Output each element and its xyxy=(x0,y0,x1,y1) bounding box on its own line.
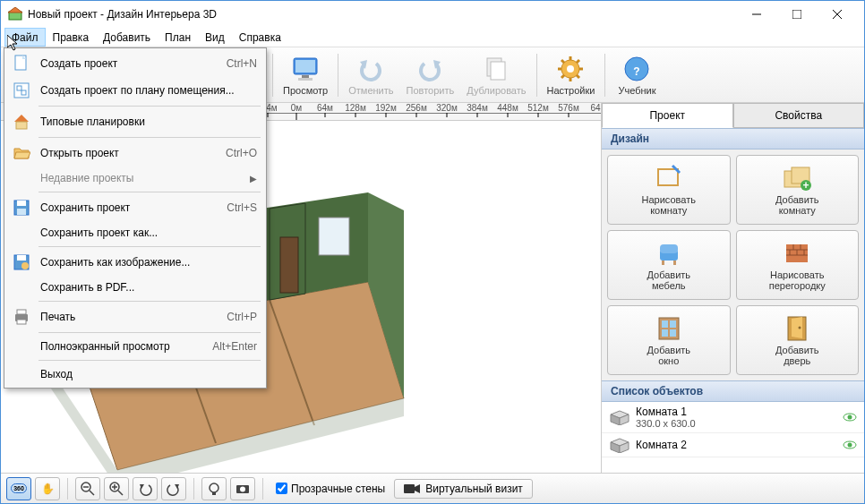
object-row[interactable]: Комната 1 330.0 x 630.0 xyxy=(602,402,864,433)
virtual-visit-button[interactable]: Виртуальный визит xyxy=(394,479,533,499)
svg-point-86 xyxy=(848,415,852,420)
toolbar-redo[interactable]: Повторить xyxy=(401,50,460,100)
menu-edit[interactable]: Правка xyxy=(46,28,97,47)
btn-add-room[interactable]: + Добавить комнату xyxy=(736,155,860,225)
rotate-right-button[interactable] xyxy=(161,477,186,500)
new-file-icon xyxy=(10,54,33,73)
svg-line-21 xyxy=(561,60,564,63)
svg-rect-8 xyxy=(295,60,315,73)
btn-add-window[interactable]: Добавить окно xyxy=(607,305,731,375)
furniture-icon xyxy=(655,239,683,268)
bottombar: 360 ✋ Прозрачные стены Виртуальный визит xyxy=(1,473,864,503)
tab-project[interactable]: Проект xyxy=(602,103,733,128)
menu-add[interactable]: Добавить xyxy=(96,28,158,47)
light-button[interactable] xyxy=(201,477,227,500)
pan-button[interactable]: ✋ xyxy=(35,477,60,500)
bulb-icon xyxy=(207,482,221,496)
menu-view[interactable]: Вид xyxy=(198,28,232,47)
svg-rect-10 xyxy=(298,78,313,81)
transparent-walls-checkbox[interactable]: Прозрачные стены xyxy=(276,483,385,495)
save-image-icon xyxy=(10,252,33,272)
menu-save-image[interactable]: Сохранить как изображение... xyxy=(6,249,264,276)
svg-line-96 xyxy=(118,491,123,495)
toolbar-duplicate[interactable]: Дублировать xyxy=(461,50,531,100)
svg-line-22 xyxy=(577,75,579,78)
svg-rect-9 xyxy=(302,75,309,78)
tab-properties[interactable]: Свойства xyxy=(733,103,865,128)
window-icon xyxy=(655,314,683,343)
menu-plan[interactable]: План xyxy=(158,28,198,47)
toolbar-preview[interactable]: Просмотр xyxy=(278,50,333,100)
rotate-right-icon xyxy=(167,482,181,496)
view-360-button[interactable]: 360 xyxy=(6,477,31,500)
svg-rect-105 xyxy=(404,484,415,493)
svg-text:+: + xyxy=(803,179,809,192)
menu-print[interactable]: Печать Ctrl+P xyxy=(6,303,264,330)
menu-save-pdf[interactable]: Сохранить в PDF... xyxy=(6,276,264,299)
svg-rect-49 xyxy=(319,218,349,255)
objects-list: Комната 1 330.0 x 630.0 Комната 2 xyxy=(602,402,864,473)
svg-point-91 xyxy=(848,443,852,448)
toolbar-tutorial[interactable]: ? Учебник xyxy=(610,50,664,100)
menu-new-project[interactable]: Создать проект Ctrl+N xyxy=(6,50,264,77)
btn-draw-partition[interactable]: Нарисовать перегородку xyxy=(736,230,860,300)
rotate-left-icon xyxy=(138,482,152,496)
svg-line-23 xyxy=(577,60,579,63)
svg-point-81 xyxy=(799,326,801,329)
app-icon xyxy=(8,7,22,21)
svg-rect-63 xyxy=(660,244,678,253)
svg-line-24 xyxy=(561,75,564,78)
toolbar-settings[interactable]: Настройки xyxy=(542,50,601,100)
wall-icon xyxy=(783,239,811,268)
svg-rect-77 xyxy=(662,329,668,337)
svg-rect-75 xyxy=(662,320,668,328)
svg-rect-121 xyxy=(17,310,26,314)
monitor-icon xyxy=(291,55,320,83)
camera-button[interactable] xyxy=(230,477,255,500)
svg-point-16 xyxy=(567,65,574,73)
svg-text:?: ? xyxy=(634,65,640,78)
svg-marker-106 xyxy=(415,484,420,493)
add-room-icon: + xyxy=(783,164,811,192)
menu-typical-layouts[interactable]: Типовые планировки xyxy=(6,108,264,135)
room-shape-icon xyxy=(609,409,630,425)
zoom-in-icon xyxy=(109,482,124,496)
maximize-button[interactable] xyxy=(776,2,817,27)
redo-icon xyxy=(415,55,444,83)
zoom-out-icon xyxy=(81,482,95,496)
svg-point-119 xyxy=(21,262,29,269)
svg-marker-112 xyxy=(14,115,29,122)
draw-room-icon xyxy=(655,164,683,192)
print-icon xyxy=(10,307,33,327)
help-icon: ? xyxy=(622,55,651,83)
open-folder-icon xyxy=(10,143,33,163)
menubar: Файл Правка Добавить План Вид Справка xyxy=(1,28,864,47)
btn-draw-room[interactable]: Нарисовать комнату xyxy=(607,155,731,225)
btn-add-door[interactable]: Добавить дверь xyxy=(736,305,860,375)
menu-save-as[interactable]: Сохранить проект как... xyxy=(6,221,264,244)
save-icon xyxy=(10,198,33,218)
visibility-eye-icon[interactable] xyxy=(843,440,857,450)
menu-new-from-plan[interactable]: Создать проект по плану помещения... xyxy=(6,77,264,104)
close-button[interactable] xyxy=(817,2,857,27)
btn-add-furniture[interactable]: Добавить мебель xyxy=(607,230,731,300)
menu-exit[interactable]: Выход xyxy=(6,363,264,386)
camera-icon xyxy=(236,482,250,496)
menu-help[interactable]: Справка xyxy=(232,28,288,47)
visibility-eye-icon[interactable] xyxy=(843,412,857,423)
room-shape-icon xyxy=(609,437,630,453)
zoom-out-button[interactable] xyxy=(75,477,100,500)
menu-open-project[interactable]: Открыть проект Ctrl+O xyxy=(6,140,264,167)
object-row[interactable]: Комната 2 xyxy=(602,433,864,457)
file-menu-dropdown: Создать проект Ctrl+N Создать проект по … xyxy=(4,47,267,389)
menu-file[interactable]: Файл xyxy=(4,28,46,47)
menu-recent-projects: Недавние проекты ▶ xyxy=(6,167,264,190)
minimize-button[interactable] xyxy=(736,2,776,27)
zoom-in-button[interactable] xyxy=(104,477,129,500)
menu-fullscreen[interactable]: Полноэкранный просмотр Alt+Enter xyxy=(6,335,264,358)
svg-rect-14 xyxy=(491,62,505,80)
svg-point-101 xyxy=(210,483,218,492)
menu-save-project[interactable]: Сохранить проект Ctrl+S xyxy=(6,194,264,221)
toolbar-undo[interactable]: Отменить xyxy=(343,50,398,100)
rotate-left-button[interactable] xyxy=(133,477,158,500)
